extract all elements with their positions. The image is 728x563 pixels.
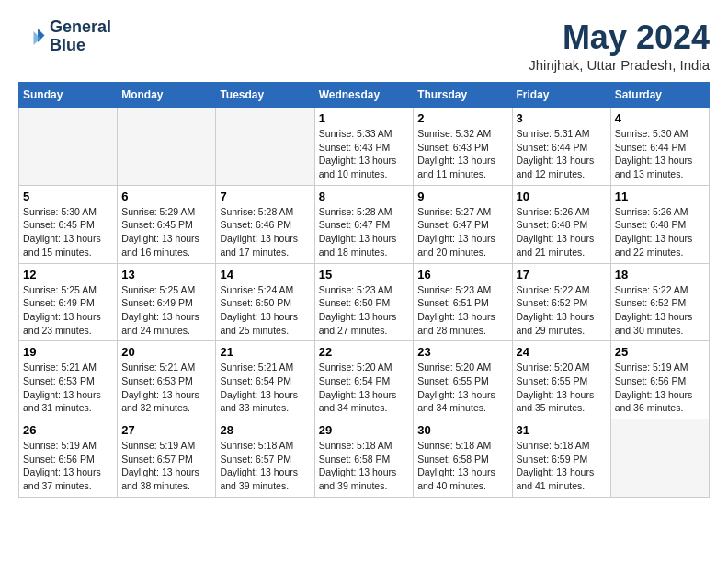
day-number: 1 [319,111,410,125]
calendar-cell: 24Sunrise: 5:20 AMSunset: 6:55 PMDayligh… [512,341,610,419]
day-detail: Sunrise: 5:23 AMSunset: 6:50 PMDaylight:… [319,283,410,338]
weekday-header: Thursday [414,83,512,108]
weekday-header: Saturday [610,83,709,108]
day-detail: Sunrise: 5:30 AMSunset: 6:45 PMDaylight:… [23,205,113,259]
day-detail: Sunrise: 5:21 AMSunset: 6:54 PMDaylight:… [220,361,310,415]
day-number: 19 [23,345,113,359]
page-header: General Blue May 2024 Jhinjhak, Uttar Pr… [18,18,710,73]
weekday-header: Friday [512,83,610,108]
calendar-cell: 14Sunrise: 5:24 AMSunset: 6:50 PMDayligh… [216,263,314,341]
day-number: 2 [417,111,507,125]
location: Jhinjhak, Uttar Pradesh, India [529,57,710,73]
day-detail: Sunrise: 5:30 AMSunset: 6:44 PMDaylight:… [615,127,705,181]
day-detail: Sunrise: 5:22 AMSunset: 6:52 PMDaylight:… [517,283,607,338]
day-number: 15 [319,268,410,282]
weekday-header: Tuesday [216,83,314,108]
day-detail: Sunrise: 5:24 AMSunset: 6:50 PMDaylight:… [220,283,310,338]
calendar-cell: 9Sunrise: 5:27 AMSunset: 6:47 PMDaylight… [414,185,512,263]
day-number: 31 [517,423,607,437]
day-detail: Sunrise: 5:18 AMSunset: 6:59 PMDaylight:… [517,439,607,493]
day-detail: Sunrise: 5:19 AMSunset: 6:57 PMDaylight:… [121,439,211,493]
day-number: 13 [121,268,211,282]
calendar-cell: 6Sunrise: 5:29 AMSunset: 6:45 PMDaylight… [118,185,216,263]
logo: General Blue [18,18,111,55]
calendar-cell: 19Sunrise: 5:21 AMSunset: 6:53 PMDayligh… [19,341,118,419]
day-detail: Sunrise: 5:21 AMSunset: 6:53 PMDaylight:… [121,361,211,415]
day-detail: Sunrise: 5:20 AMSunset: 6:55 PMDaylight:… [417,361,507,415]
calendar-cell: 13Sunrise: 5:25 AMSunset: 6:49 PMDayligh… [118,263,216,341]
calendar-cell: 27Sunrise: 5:19 AMSunset: 6:57 PMDayligh… [118,419,216,498]
day-detail: Sunrise: 5:18 AMSunset: 6:57 PMDaylight:… [220,439,310,493]
day-detail: Sunrise: 5:26 AMSunset: 6:48 PMDaylight:… [615,205,705,259]
svg-marker-0 [38,29,45,42]
day-number: 10 [517,190,607,203]
day-number: 12 [23,268,113,282]
day-detail: Sunrise: 5:20 AMSunset: 6:54 PMDaylight:… [319,361,410,415]
day-number: 8 [319,190,410,203]
day-number: 18 [615,268,705,282]
day-number: 3 [517,111,607,125]
logo-text: General Blue [50,18,111,55]
day-detail: Sunrise: 5:18 AMSunset: 6:58 PMDaylight:… [319,439,410,493]
day-number: 23 [417,345,507,359]
calendar-cell: 28Sunrise: 5:18 AMSunset: 6:57 PMDayligh… [216,419,314,498]
day-detail: Sunrise: 5:25 AMSunset: 6:49 PMDaylight:… [121,283,211,338]
day-detail: Sunrise: 5:26 AMSunset: 6:48 PMDaylight:… [517,205,607,259]
day-detail: Sunrise: 5:19 AMSunset: 6:56 PMDaylight:… [23,439,113,493]
day-number: 11 [615,190,705,203]
calendar-cell: 29Sunrise: 5:18 AMSunset: 6:58 PMDayligh… [314,419,414,498]
day-number: 26 [23,423,113,437]
logo-icon [18,23,46,51]
day-detail: Sunrise: 5:32 AMSunset: 6:43 PMDaylight:… [417,127,507,181]
day-number: 16 [417,268,507,282]
calendar-cell: 10Sunrise: 5:26 AMSunset: 6:48 PMDayligh… [512,185,610,263]
calendar-cell: 4Sunrise: 5:30 AMSunset: 6:44 PMDaylight… [610,108,709,186]
day-number: 17 [517,268,607,282]
day-number: 30 [417,423,507,437]
day-detail: Sunrise: 5:31 AMSunset: 6:44 PMDaylight:… [517,127,607,181]
calendar-cell: 8Sunrise: 5:28 AMSunset: 6:47 PMDaylight… [314,185,414,263]
calendar-cell: 12Sunrise: 5:25 AMSunset: 6:49 PMDayligh… [19,263,118,341]
day-number: 5 [23,190,113,203]
calendar-cell: 30Sunrise: 5:18 AMSunset: 6:58 PMDayligh… [414,419,512,498]
calendar-cell: 15Sunrise: 5:23 AMSunset: 6:50 PMDayligh… [314,263,414,341]
day-detail: Sunrise: 5:33 AMSunset: 6:43 PMDaylight:… [319,127,410,181]
calendar-cell: 21Sunrise: 5:21 AMSunset: 6:54 PMDayligh… [216,341,314,419]
calendar-cell: 7Sunrise: 5:28 AMSunset: 6:46 PMDaylight… [216,185,314,263]
weekday-header: Wednesday [314,83,414,108]
day-number: 4 [615,111,705,125]
calendar-cell: 18Sunrise: 5:22 AMSunset: 6:52 PMDayligh… [610,263,709,341]
calendar-cell: 22Sunrise: 5:20 AMSunset: 6:54 PMDayligh… [314,341,414,419]
day-detail: Sunrise: 5:22 AMSunset: 6:52 PMDaylight:… [615,283,705,338]
calendar-cell: 11Sunrise: 5:26 AMSunset: 6:48 PMDayligh… [610,185,709,263]
calendar-cell [610,419,709,498]
day-number: 28 [220,423,310,437]
day-detail: Sunrise: 5:21 AMSunset: 6:53 PMDaylight:… [23,361,113,415]
day-detail: Sunrise: 5:19 AMSunset: 6:56 PMDaylight:… [615,361,705,415]
day-detail: Sunrise: 5:25 AMSunset: 6:49 PMDaylight:… [23,283,113,338]
day-detail: Sunrise: 5:23 AMSunset: 6:51 PMDaylight:… [417,283,507,338]
calendar-cell: 20Sunrise: 5:21 AMSunset: 6:53 PMDayligh… [118,341,216,419]
day-number: 22 [319,345,410,359]
day-detail: Sunrise: 5:20 AMSunset: 6:55 PMDaylight:… [517,361,607,415]
day-detail: Sunrise: 5:29 AMSunset: 6:45 PMDaylight:… [121,205,211,259]
day-number: 27 [121,423,211,437]
calendar-cell: 25Sunrise: 5:19 AMSunset: 6:56 PMDayligh… [610,341,709,419]
calendar-cell: 17Sunrise: 5:22 AMSunset: 6:52 PMDayligh… [512,263,610,341]
day-number: 21 [220,345,310,359]
calendar-cell: 16Sunrise: 5:23 AMSunset: 6:51 PMDayligh… [414,263,512,341]
calendar-cell [118,108,216,186]
calendar-cell [216,108,314,186]
day-number: 9 [417,190,507,203]
calendar-cell: 1Sunrise: 5:33 AMSunset: 6:43 PMDaylight… [314,108,414,186]
month-title: May 2024 [529,18,710,57]
calendar-cell: 5Sunrise: 5:30 AMSunset: 6:45 PMDaylight… [19,185,118,263]
calendar-cell: 3Sunrise: 5:31 AMSunset: 6:44 PMDaylight… [512,108,610,186]
calendar-cell [19,108,118,186]
day-detail: Sunrise: 5:28 AMSunset: 6:47 PMDaylight:… [319,205,410,259]
day-number: 7 [220,190,310,203]
day-detail: Sunrise: 5:27 AMSunset: 6:47 PMDaylight:… [417,205,507,259]
day-detail: Sunrise: 5:18 AMSunset: 6:58 PMDaylight:… [417,439,507,493]
calendar-cell: 31Sunrise: 5:18 AMSunset: 6:59 PMDayligh… [512,419,610,498]
day-detail: Sunrise: 5:28 AMSunset: 6:46 PMDaylight:… [220,205,310,259]
